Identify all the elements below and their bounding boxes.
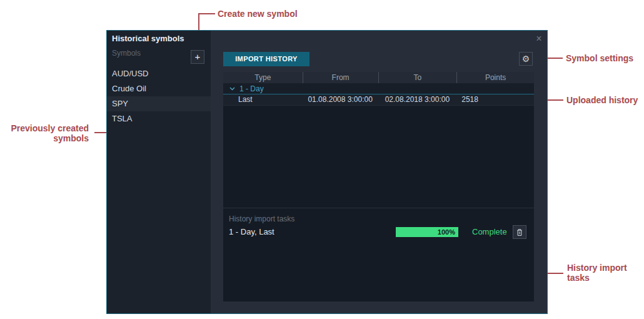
cell-to: 02.08.2018 3:00:00 [378, 94, 457, 105]
symbol-item-audusd[interactable]: AUD/USD [107, 66, 211, 81]
annotation-symbol-settings: Symbol settings [566, 53, 633, 63]
chevron-down-icon [229, 87, 235, 91]
column-header-type[interactable]: Type [223, 72, 303, 83]
symbols-sidebar: Historical symbols Symbols + AUD/USD Cru… [107, 31, 211, 313]
task-progress-bar: 100% [396, 227, 458, 237]
task-status-badge: Complete [472, 227, 507, 237]
dialog-main-area: × IMPORT HISTORY ⚙ Type From To Points [211, 31, 547, 313]
symbols-section-label: Symbols [112, 49, 141, 58]
cell-from: 01.08.2008 3:00:00 [303, 94, 378, 105]
annotation-create-new-symbol: Create new symbol [218, 9, 298, 19]
column-header-points[interactable]: Points [456, 72, 534, 83]
history-table-header: Type From To Points [223, 72, 534, 83]
create-symbol-button[interactable]: + [191, 50, 204, 64]
tasks-section-label: History import tasks [229, 215, 294, 223]
annotation-previously-created-symbols: Previously created symbols [6, 123, 89, 143]
import-history-button[interactable]: IMPORT HISTORY [223, 52, 309, 66]
group-label: 1 - Day [239, 84, 264, 93]
tasks-divider [223, 208, 534, 208]
gear-icon: ⚙ [522, 54, 530, 64]
trash-icon [516, 228, 523, 236]
table-group-row-1-day[interactable]: 1 - Day [223, 83, 534, 94]
symbol-item-tsla[interactable]: TSLA [107, 111, 211, 126]
symbol-label: AUD/USD [112, 69, 149, 78]
history-panel: Type From To Points 1 - Day Last 01.08.2… [223, 72, 534, 301]
annotation-uploaded-history: Uploaded history [566, 95, 638, 105]
column-header-to[interactable]: To [378, 72, 457, 83]
symbol-list: AUD/USD Crude Oil SPY TSLA [107, 66, 211, 126]
task-name: 1 - Day, Last [229, 227, 274, 237]
historical-symbols-dialog: Historical symbols Symbols + AUD/USD Cru… [106, 30, 548, 314]
symbol-settings-button[interactable]: ⚙ [519, 52, 533, 66]
symbol-label: Crude Oil [112, 84, 146, 93]
symbol-label: SPY [112, 99, 128, 108]
dialog-title: Historical symbols [112, 34, 184, 43]
table-row-uploaded-history[interactable]: Last 01.08.2008 3:00:00 02.08.2018 3:00:… [223, 94, 534, 106]
plus-icon: + [195, 51, 201, 62]
column-header-from[interactable]: From [303, 72, 378, 83]
cell-points: 2518 [456, 94, 534, 105]
annotation-history-import-tasks: History import tasks [567, 263, 627, 283]
symbol-label: TSLA [112, 114, 133, 123]
close-icon[interactable]: × [533, 33, 545, 44]
task-progress-value: 100% [396, 227, 458, 237]
page: Create new symbol Symbol settings Upload… [0, 0, 644, 319]
symbol-item-crude-oil[interactable]: Crude Oil [107, 81, 211, 96]
symbol-item-spy-selected[interactable]: SPY [107, 96, 211, 111]
cell-type: Last [223, 94, 303, 105]
delete-task-button[interactable] [513, 225, 526, 239]
